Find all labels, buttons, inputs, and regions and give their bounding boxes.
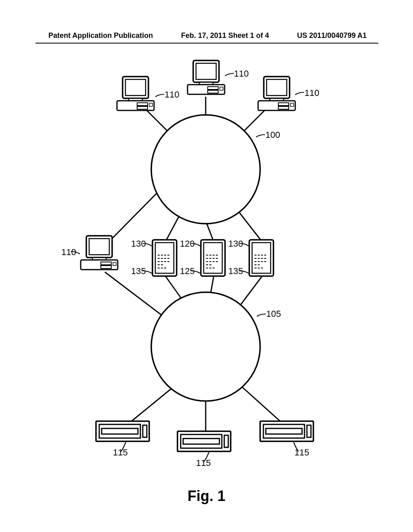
svg-line-40 — [238, 276, 262, 308]
label-stor-l: 115 — [113, 447, 128, 458]
label-srv-r-bot: 135 — [228, 266, 243, 276]
label-net-upper: 100 — [265, 130, 280, 140]
label-client-tr: 110 — [305, 88, 319, 98]
label-net-lower: 105 — [266, 309, 281, 319]
svg-line-37 — [105, 272, 163, 316]
svg-line-41 — [129, 387, 173, 423]
header-center: Feb. 17, 2011 Sheet 1 of 4 — [181, 31, 269, 40]
computer-icon — [117, 77, 154, 110]
computer-icon — [81, 236, 118, 270]
svg-line-43 — [242, 387, 282, 423]
label-stor-r: 115 — [294, 447, 309, 458]
label-srv-c-bot: 125 — [180, 266, 195, 276]
label-srv-r-top: 130 — [228, 239, 243, 249]
computer-icon — [258, 77, 295, 110]
header-rule — [35, 43, 378, 44]
label-stor-m: 115 — [196, 458, 211, 468]
header-left: Patent Application Publication — [48, 31, 153, 40]
server-icon — [152, 240, 177, 276]
label-client-tl: 110 — [165, 89, 179, 100]
header-right: US 2011/0040799 A1 — [297, 31, 367, 40]
storage-icon — [260, 421, 313, 441]
computer-icon — [188, 60, 225, 94]
network-lower-icon — [151, 292, 260, 401]
label-srv-l-top: 130 — [131, 239, 146, 249]
server-icon — [201, 240, 225, 276]
diagram-svg — [52, 52, 359, 480]
storage-icon — [96, 421, 149, 441]
storage-icon — [177, 431, 231, 451]
label-srv-c-top: 120 — [180, 239, 195, 249]
network-upper-icon — [151, 115, 260, 224]
label-client-ml: 110 — [61, 247, 76, 258]
server-icon — [249, 240, 273, 276]
diagram-canvas: 100 105 110 110 110 110 130 135 120 125 … — [52, 52, 359, 480]
label-srv-l-bot: 135 — [131, 266, 146, 276]
label-client-tm: 110 — [234, 69, 249, 79]
figure-title: Fig. 1 — [188, 488, 225, 505]
page-header: Patent Application Publication Feb. 17, … — [0, 31, 413, 40]
